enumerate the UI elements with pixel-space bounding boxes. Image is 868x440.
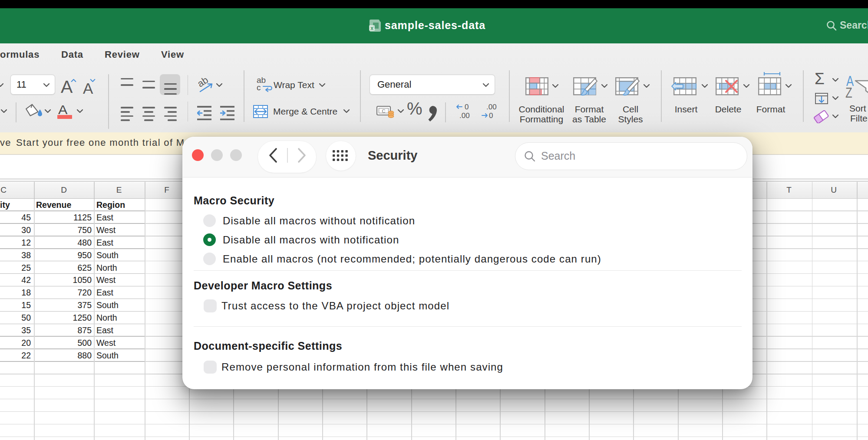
svg-text:.00: .00 [459, 112, 470, 120]
svg-text:.00: .00 [486, 103, 497, 111]
svg-text:0: 0 [489, 112, 493, 120]
svg-text:0: 0 [465, 103, 469, 111]
svg-text:x: x [370, 25, 373, 31]
svg-text:C: C [382, 108, 386, 114]
